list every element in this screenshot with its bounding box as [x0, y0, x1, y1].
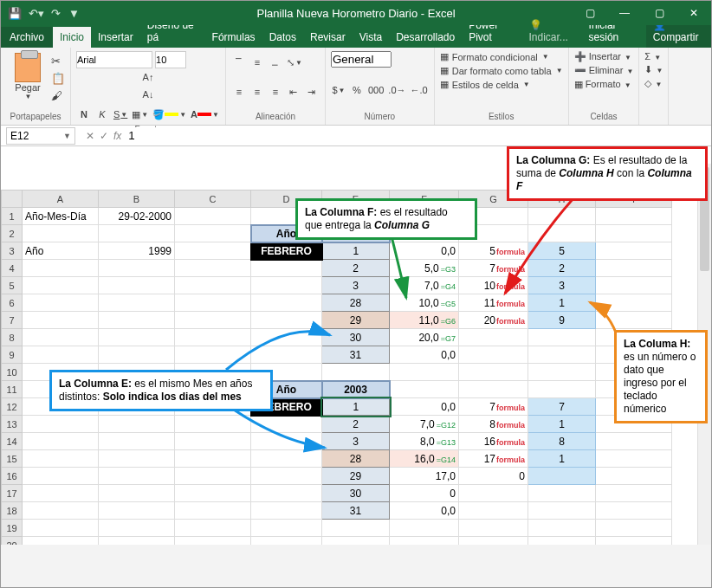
paste-button[interactable]: Pegar ▼: [6, 51, 49, 103]
cell[interactable]: [23, 502, 99, 520]
enter-formula-icon[interactable]: ✓: [100, 130, 108, 142]
cell[interactable]: [596, 537, 672, 546]
cell[interactable]: [596, 208, 672, 225]
spreadsheet-grid[interactable]: A B C D E F G H I 1Año-Mes-Día29-02-2000…: [1, 146, 711, 545]
cell-styles-button[interactable]: ▦ Estilos de celda ▼: [440, 79, 563, 90]
fx-icon[interactable]: fx: [113, 130, 121, 142]
select-all[interactable]: [2, 191, 23, 208]
cell[interactable]: [528, 381, 596, 398]
tab-developer[interactable]: Desarrollado: [389, 27, 462, 48]
cell[interactable]: 20,0=G7: [390, 329, 459, 346]
cell[interactable]: [99, 502, 175, 520]
cell[interactable]: [528, 329, 596, 346]
cell[interactable]: 7: [528, 398, 596, 416]
cell[interactable]: 28: [322, 450, 390, 468]
cell[interactable]: [390, 537, 459, 546]
cell[interactable]: [23, 433, 99, 450]
increase-font-icon[interactable]: A↑: [76, 68, 220, 86]
cell[interactable]: [99, 346, 175, 364]
row-header[interactable]: 13: [2, 416, 23, 433]
cell[interactable]: [596, 312, 672, 329]
cell[interactable]: [99, 294, 175, 312]
cell[interactable]: [459, 346, 528, 364]
cell[interactable]: 0,0: [390, 346, 459, 364]
row-header[interactable]: 14: [2, 433, 23, 450]
cell[interactable]: [528, 225, 596, 242]
align-right-icon[interactable]: ≡: [268, 83, 283, 100]
indent-dec-icon[interactable]: ⇤: [286, 83, 301, 100]
conditional-format-button[interactable]: ▦ Formato condicional ▼: [440, 51, 563, 62]
italic-button[interactable]: K: [94, 106, 110, 123]
copy-icon[interactable]: [51, 72, 65, 86]
cell[interactable]: [251, 520, 322, 537]
cell[interactable]: [596, 468, 672, 485]
cell[interactable]: [175, 346, 251, 364]
cell[interactable]: [251, 260, 322, 277]
cell[interactable]: [99, 485, 175, 502]
cell[interactable]: [596, 520, 672, 537]
cell[interactable]: 2: [528, 260, 596, 277]
cell[interactable]: [99, 416, 175, 433]
cell[interactable]: 17,0: [390, 468, 459, 485]
cell[interactable]: 1: [322, 242, 390, 260]
cell[interactable]: [390, 381, 459, 398]
percent-icon[interactable]: %: [349, 81, 365, 99]
cell[interactable]: [596, 450, 672, 468]
cell[interactable]: 31: [322, 502, 390, 520]
redo-icon[interactable]: ↷: [51, 7, 61, 20]
cell[interactable]: 31: [322, 346, 390, 364]
cell[interactable]: [175, 520, 251, 537]
cell[interactable]: 1999: [99, 242, 175, 260]
cell[interactable]: [528, 346, 596, 364]
border-button[interactable]: ▦▼: [131, 106, 149, 123]
autosum-button[interactable]: Σ ▼: [644, 51, 663, 61]
row-header[interactable]: 4: [2, 260, 23, 277]
cell[interactable]: [596, 260, 672, 277]
align-left-icon[interactable]: ≡: [231, 83, 247, 100]
font-family-select[interactable]: [76, 51, 152, 68]
cell[interactable]: [251, 346, 322, 364]
cell[interactable]: 29: [322, 468, 390, 485]
cell[interactable]: [528, 468, 596, 485]
cell[interactable]: 1: [528, 294, 596, 312]
cell[interactable]: [23, 485, 99, 502]
cell[interactable]: 7formula: [459, 260, 528, 277]
name-box[interactable]: E12▼: [6, 127, 75, 145]
format-painter-icon[interactable]: [51, 89, 65, 103]
cell[interactable]: 2003: [322, 381, 390, 398]
row-header[interactable]: 18: [2, 502, 23, 520]
cell[interactable]: [23, 416, 99, 433]
cell[interactable]: [251, 537, 322, 546]
cell[interactable]: [596, 485, 672, 502]
cell[interactable]: [175, 294, 251, 312]
cell[interactable]: [251, 433, 322, 450]
cell[interactable]: [322, 364, 390, 381]
cell[interactable]: [23, 277, 99, 294]
row-header[interactable]: 9: [2, 346, 23, 364]
cell[interactable]: [459, 364, 528, 381]
cell[interactable]: [528, 364, 596, 381]
cell[interactable]: [23, 260, 99, 277]
cell[interactable]: 3: [322, 277, 390, 294]
cell[interactable]: [322, 520, 390, 537]
currency-icon[interactable]: $▼: [331, 81, 346, 99]
undo-icon[interactable]: ↶▾: [29, 7, 44, 20]
cell[interactable]: Año-Mes-Día: [23, 208, 99, 225]
cell[interactable]: 0,0: [390, 398, 459, 416]
tab-insert[interactable]: Insertar: [91, 27, 140, 48]
cell[interactable]: [175, 312, 251, 329]
row-header[interactable]: 12: [2, 398, 23, 416]
cell[interactable]: [459, 520, 528, 537]
row-header[interactable]: 16: [2, 468, 23, 485]
cell[interactable]: Año: [23, 242, 99, 260]
row-header[interactable]: 5: [2, 277, 23, 294]
tab-formulas[interactable]: Fórmulas: [205, 27, 262, 48]
cell[interactable]: [528, 537, 596, 546]
cell[interactable]: 3: [528, 277, 596, 294]
row-header[interactable]: 19: [2, 520, 23, 537]
cell[interactable]: [251, 277, 322, 294]
qat-dropdown-icon[interactable]: ▼: [68, 7, 80, 20]
cell[interactable]: 5formula: [459, 242, 528, 260]
font-color-button[interactable]: A▼: [190, 106, 220, 123]
cell[interactable]: [99, 225, 175, 242]
